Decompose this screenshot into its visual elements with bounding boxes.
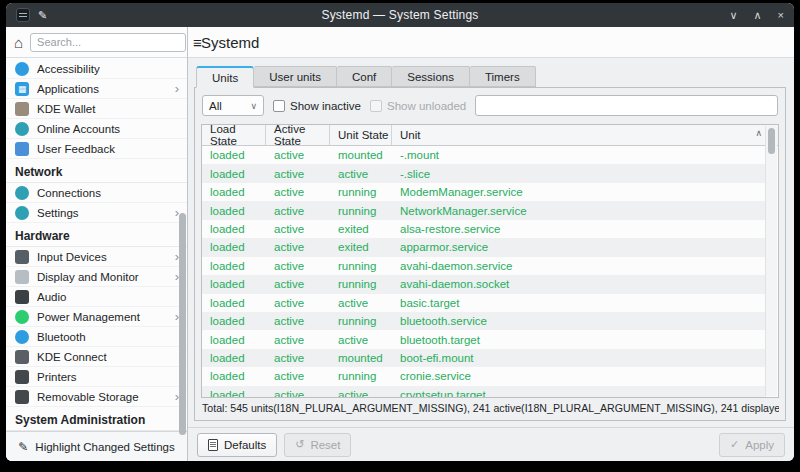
table-row[interactable]: loadedactiveexitedalsa-restore.service xyxy=(202,220,766,238)
home-icon[interactable]: ⌂ xyxy=(14,35,23,50)
table-scrollbar-thumb[interactable] xyxy=(768,128,775,154)
cell-unit-state: mounted xyxy=(330,146,392,164)
sidebar-item-printers[interactable]: Printers xyxy=(6,367,187,387)
cell-load-state: loaded xyxy=(202,330,266,348)
titlebar-left: ✎ xyxy=(16,8,166,22)
tab-units[interactable]: Units xyxy=(196,66,254,88)
filter-combobox[interactable]: All ∨ xyxy=(202,95,264,116)
audio-icon xyxy=(15,290,29,304)
cell-active-state: active xyxy=(266,330,330,348)
tab-sessions[interactable]: Sessions xyxy=(392,66,470,87)
sidebar-item-applications[interactable]: ▦Applications› xyxy=(6,79,187,99)
sidebar-item-kde-wallet[interactable]: KDE Wallet xyxy=(6,99,187,119)
sidebar-item-label: Connections xyxy=(37,187,181,199)
table-row[interactable]: loadedactiveactivebasic.target xyxy=(202,294,766,312)
sidebar-section-hardware: Hardware xyxy=(6,223,187,247)
table-scrollbar[interactable] xyxy=(765,126,777,396)
sidebar-item-removable-storage[interactable]: Removable Storage› xyxy=(6,387,187,407)
window-title: Systemd — System Settings xyxy=(166,8,634,22)
cell-unit-state: mounted xyxy=(330,349,392,367)
cell-unit-state: active xyxy=(330,294,392,312)
tab-conf[interactable]: Conf xyxy=(337,66,392,87)
table-row[interactable]: loadedactiveactive-.slice xyxy=(202,164,766,182)
cell-load-state: loaded xyxy=(202,312,266,330)
maximize-button[interactable]: ∧ xyxy=(754,3,762,27)
undo-icon: ↺ xyxy=(295,439,304,450)
table-row[interactable]: loadedactiverunningavahi-daemon.service xyxy=(202,257,766,275)
table-row[interactable]: loadedactiverunningbluetooth.service xyxy=(202,312,766,330)
cell-unit: basic.target xyxy=(392,294,766,312)
titlebar[interactable]: ✎ Systemd — System Settings ∨ ∧ × xyxy=(6,3,794,27)
cell-active-state: active xyxy=(266,183,330,201)
applications-icon: ▦ xyxy=(15,82,29,96)
printers-icon xyxy=(15,370,29,384)
minimize-button[interactable]: ∨ xyxy=(729,3,737,27)
cell-unit: NetworkManager.service xyxy=(392,201,766,219)
chevron-right-icon: › xyxy=(175,82,181,95)
table-header: Load State Active State Unit State Unit xyxy=(202,125,778,146)
sidebar-item-power-management[interactable]: Power Management› xyxy=(6,307,187,327)
defaults-button-label: Defaults xyxy=(224,439,266,451)
unit-filter-input[interactable] xyxy=(475,95,778,116)
sidebar-item-accessibility[interactable]: Accessibility xyxy=(6,59,187,79)
sidebar-item-user-feedback[interactable]: User Feedback xyxy=(6,139,187,159)
filter-row: All ∨ Show inactive Show unloaded xyxy=(201,94,779,124)
show-inactive-checkbox[interactable]: Show inactive xyxy=(273,100,361,112)
cell-load-state: loaded xyxy=(202,367,266,385)
table-row[interactable]: loadedactiverunningcronie.service xyxy=(202,367,766,385)
table-row[interactable]: loadedactiveactivebluetooth.target xyxy=(202,330,766,348)
sidebar-item-label: Online Accounts xyxy=(37,123,181,135)
sidebar-item-kde-connect[interactable]: KDE Connect xyxy=(6,347,187,367)
column-header-active-state[interactable]: Active State xyxy=(266,125,330,145)
kde-wallet-icon xyxy=(15,102,29,116)
cell-unit: bluetooth.service xyxy=(392,312,766,330)
total-status-text: Total: 545 units(I18N_PLURAL_ARGUMENT_MI… xyxy=(201,398,779,414)
sidebar-toolbar: ⌂ ≡ xyxy=(6,27,187,58)
sidebar-scrollbar[interactable] xyxy=(179,213,186,435)
column-header-unit[interactable]: Unit xyxy=(392,125,766,145)
cell-unit-state: running xyxy=(330,257,392,275)
cell-active-state: active xyxy=(266,220,330,238)
sidebar-item-connections[interactable]: Connections xyxy=(6,183,187,203)
online-accounts-icon xyxy=(15,122,29,136)
table-row[interactable]: loadedactiverunningNetworkManager.servic… xyxy=(202,201,766,219)
reset-button-label: Reset xyxy=(310,439,340,451)
sidebar-item-label: Bluetooth xyxy=(37,331,181,343)
table-row[interactable]: loadedactiverunningModemManager.service xyxy=(202,183,766,201)
user-feedback-icon xyxy=(15,142,29,156)
column-header-load-state[interactable]: Load State xyxy=(202,125,266,145)
sidebar-item-settings[interactable]: Settings› xyxy=(6,203,187,223)
chevron-down-icon: ∨ xyxy=(250,101,257,111)
hamburger-menu-icon[interactable]: ≡ xyxy=(193,35,202,50)
cell-active-state: active xyxy=(266,312,330,330)
cell-unit: boot-efi.mount xyxy=(392,349,766,367)
sidebar-item-bluetooth[interactable]: Bluetooth xyxy=(6,327,187,347)
table-row[interactable]: loadedactiveexitedapparmor.service xyxy=(202,238,766,256)
sidebar-item-label: Applications xyxy=(37,83,167,95)
highlight-changed-settings[interactable]: ✎ Highlight Changed Settings xyxy=(6,431,187,461)
sidebar-item-label: Accessibility xyxy=(37,63,181,75)
accessibility-icon xyxy=(15,62,29,76)
sidebar-item-online-accounts[interactable]: Online Accounts xyxy=(6,119,187,139)
cell-active-state: active xyxy=(266,386,330,397)
pin-icon[interactable]: ✎ xyxy=(38,9,47,22)
sidebar-search-input[interactable] xyxy=(30,33,186,52)
table-row[interactable]: loadedactivemountedboot-efi.mount xyxy=(202,349,766,367)
sidebar-item-input-devices[interactable]: Input Devices› xyxy=(6,247,187,267)
sidebar-item-audio[interactable]: Audio xyxy=(6,287,187,307)
table-row[interactable]: loadedactiverunningavahi-daemon.socket xyxy=(202,275,766,293)
tab-user-units[interactable]: User units xyxy=(254,66,337,87)
sort-ascending-icon[interactable]: ∧ xyxy=(755,128,762,138)
tab-timers[interactable]: Timers xyxy=(470,66,536,87)
cell-unit: cryptsetup.target xyxy=(392,386,766,397)
column-header-unit-state[interactable]: Unit State xyxy=(330,125,392,145)
table-row[interactable]: loadedactivemounted-.mount xyxy=(202,146,766,164)
defaults-button[interactable]: Defaults xyxy=(197,433,277,457)
sidebar-item-display-and-monitor[interactable]: Display and Monitor› xyxy=(6,267,187,287)
table-row[interactable]: loadedactiveactivecryptsetup.target xyxy=(202,386,766,397)
close-button[interactable]: × xyxy=(778,3,784,27)
reset-button: ↺ Reset xyxy=(284,433,351,457)
content-area: Systemd UnitsUser unitsConfSessionsTimer… xyxy=(188,27,794,461)
display-monitor-icon xyxy=(15,270,29,284)
cell-unit-state: running xyxy=(330,275,392,293)
